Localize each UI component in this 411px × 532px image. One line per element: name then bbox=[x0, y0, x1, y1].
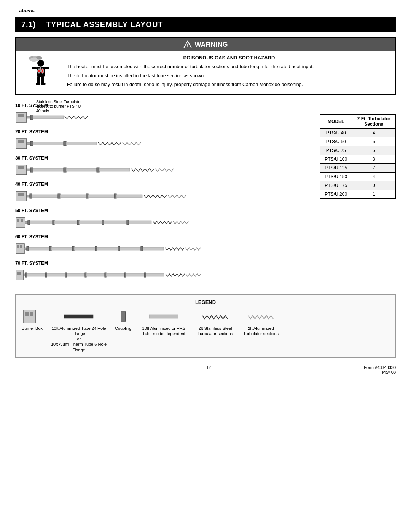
table-cell-sections: 5 bbox=[352, 137, 396, 146]
warning-title: WARNING bbox=[195, 41, 228, 49]
table-cell-model: PTS/U 125 bbox=[320, 163, 352, 172]
warning-triangle-icon: ! bbox=[183, 40, 192, 49]
svg-rect-32 bbox=[33, 142, 64, 145]
table-row: PTS/U 1003 bbox=[320, 155, 396, 163]
svg-rect-70 bbox=[129, 221, 151, 224]
system-row-60ft: 60 FT. SYSTEM bbox=[15, 234, 312, 256]
svg-rect-92 bbox=[27, 273, 45, 276]
svg-rect-14 bbox=[41, 76, 44, 84]
svg-rect-109 bbox=[121, 312, 126, 321]
svg-rect-13 bbox=[37, 76, 40, 84]
svg-rect-52 bbox=[60, 195, 86, 198]
legend-label-aluminized-tube: 10ft Aluminized Tube 24 Hole Flange or 1… bbox=[50, 326, 107, 353]
svg-rect-77 bbox=[49, 246, 51, 251]
svg-rect-79 bbox=[72, 246, 74, 251]
warning-para-2: The turbulator must be installed in the … bbox=[67, 73, 391, 80]
turbulator-table: MODEL 2 Ft. TurbulatorSections PTS/U 404… bbox=[320, 114, 396, 199]
diagram-20ft bbox=[15, 136, 198, 151]
table-row: PTS/U 1750 bbox=[320, 181, 396, 190]
system-label-70ft: 70 FT. SYSTEM bbox=[15, 260, 312, 266]
table-cell-sections: 7 bbox=[352, 163, 396, 172]
svg-rect-61 bbox=[28, 220, 30, 225]
svg-rect-21 bbox=[16, 112, 27, 122]
legend-item-coupling: Coupling bbox=[115, 309, 131, 331]
table-cell-sections: 1 bbox=[352, 190, 396, 198]
svg-rect-65 bbox=[77, 220, 79, 225]
warning-box: ! WARNING bbox=[15, 37, 396, 95]
systems-area: 10 FT. SYSTEM Stainless Steel Turbulator… bbox=[15, 103, 396, 287]
svg-point-5 bbox=[30, 58, 38, 62]
svg-rect-107 bbox=[30, 312, 33, 316]
legend-box: LEGEND Burner Box 10ft Aluminized Tube 2… bbox=[15, 294, 396, 358]
table-cell-model: PTS/U 150 bbox=[320, 172, 352, 181]
diagram-60ft bbox=[15, 241, 202, 256]
svg-rect-10 bbox=[40, 67, 41, 69]
svg-rect-40 bbox=[33, 168, 64, 171]
svg-rect-88 bbox=[17, 272, 19, 275]
svg-rect-23 bbox=[21, 114, 24, 117]
svg-rect-93 bbox=[45, 273, 47, 277]
table-cell-model: PTS/U 175 bbox=[320, 181, 352, 190]
svg-rect-22 bbox=[18, 114, 21, 117]
table-cell-model: PTS/U 75 bbox=[320, 146, 352, 155]
svg-rect-26 bbox=[33, 116, 64, 119]
table-cell-sections: 4 bbox=[352, 172, 396, 181]
system-row-30ft: 30 FT. SYSTEM bbox=[15, 155, 312, 177]
svg-rect-54 bbox=[88, 195, 114, 198]
svg-rect-85 bbox=[141, 246, 143, 251]
system-row-70ft: 70 FT. SYSTEM bbox=[15, 260, 312, 282]
legend-item-hrs-tube: 10ft Aluminized or HRS Tube model depend… bbox=[139, 309, 188, 337]
page-number: -12- bbox=[53, 365, 364, 374]
legend-icon-stainless-turbulator bbox=[202, 309, 228, 324]
svg-rect-16 bbox=[41, 83, 46, 85]
system-row-50ft: 50 FT. SYSTEM bbox=[15, 208, 312, 230]
svg-rect-35 bbox=[16, 165, 27, 175]
svg-rect-30 bbox=[27, 142, 30, 145]
svg-rect-103 bbox=[144, 273, 146, 277]
diagram-50ft bbox=[15, 214, 198, 230]
svg-rect-57 bbox=[16, 217, 25, 227]
table-row: PTS/U 1504 bbox=[320, 172, 396, 181]
svg-rect-33 bbox=[64, 141, 66, 146]
svg-rect-87 bbox=[16, 270, 24, 280]
svg-rect-75 bbox=[27, 246, 29, 251]
svg-rect-49 bbox=[30, 194, 32, 198]
svg-rect-50 bbox=[32, 195, 58, 198]
diagram-30ft bbox=[15, 162, 198, 177]
diagrams-col: 10 FT. SYSTEM Stainless Steel Turbulator… bbox=[15, 103, 312, 287]
svg-rect-76 bbox=[29, 247, 49, 250]
table-cell-sections: 0 bbox=[352, 181, 396, 190]
svg-rect-25 bbox=[30, 115, 33, 120]
svg-rect-44 bbox=[99, 168, 130, 171]
svg-rect-41 bbox=[64, 168, 66, 172]
svg-rect-106 bbox=[25, 312, 29, 316]
legend-icon-aluminized-turbulator bbox=[247, 309, 274, 324]
svg-rect-53 bbox=[86, 194, 88, 198]
svg-rect-80 bbox=[74, 247, 95, 250]
svg-rect-24 bbox=[27, 116, 30, 118]
svg-point-6 bbox=[37, 60, 44, 67]
svg-rect-101 bbox=[124, 273, 126, 277]
svg-rect-97 bbox=[85, 273, 86, 277]
legend-icon-burner-box bbox=[23, 309, 42, 324]
legend-item-aluminized-tube: 10ft Aluminized Tube 24 Hole Flange or 1… bbox=[50, 309, 107, 353]
legend-items: Burner Box 10ft Aluminized Tube 24 Hole … bbox=[22, 309, 389, 353]
svg-rect-66 bbox=[79, 221, 102, 224]
system-label-40ft: 40 FT. SYSTEM bbox=[15, 182, 312, 187]
turbulator-table-container: MODEL 2 Ft. TurbulatorSections PTS/U 404… bbox=[320, 103, 396, 287]
svg-rect-42 bbox=[66, 168, 97, 171]
svg-rect-29 bbox=[21, 140, 24, 143]
table-header-model: MODEL bbox=[320, 114, 352, 128]
svg-rect-86 bbox=[143, 247, 164, 250]
svg-rect-83 bbox=[118, 246, 120, 251]
legend-item-stainless-turbulator: 2ft Stainless Steel Turbulator sections bbox=[196, 309, 234, 337]
table-header-sections: 2 Ft. TurbulatorSections bbox=[352, 114, 396, 128]
system-label-60ft: 60 FT. SYSTEM bbox=[15, 234, 312, 240]
legend-item-burner-box: Burner Box bbox=[22, 309, 43, 331]
system-row-20ft: 20 FT. SYSTEM bbox=[15, 129, 312, 151]
svg-rect-46 bbox=[18, 193, 21, 196]
section-title: TYPICAL ASSEMBLY LAYOUT bbox=[46, 20, 163, 29]
svg-rect-100 bbox=[106, 273, 124, 276]
svg-rect-11 bbox=[32, 67, 37, 69]
svg-rect-15 bbox=[36, 83, 40, 85]
